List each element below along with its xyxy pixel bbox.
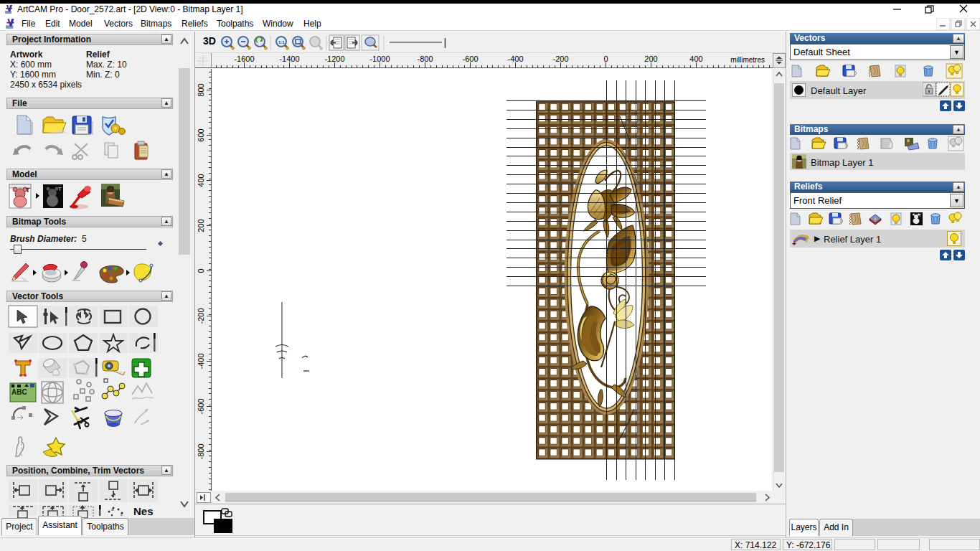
svg-text:+: + bbox=[792, 240, 796, 247]
svg-text:-400: -400 bbox=[507, 55, 523, 63]
svg-text:-800: -800 bbox=[197, 443, 205, 459]
svg-text:-1600: -1600 bbox=[234, 55, 254, 63]
svg-text:-1000: -1000 bbox=[369, 55, 390, 63]
svg-text:-600: -600 bbox=[462, 55, 478, 63]
svg-text:-600: -600 bbox=[197, 398, 205, 414]
svg-text:Nes: Nes bbox=[133, 505, 154, 517]
svg-text:800: 800 bbox=[197, 83, 205, 96]
svg-text:T: T bbox=[919, 213, 921, 217]
svg-text:200: 200 bbox=[644, 55, 657, 63]
svg-text:-200: -200 bbox=[552, 55, 568, 63]
svg-text:400: 400 bbox=[197, 174, 205, 187]
svg-text:ABC: ABC bbox=[11, 388, 27, 396]
svg-text:c: c bbox=[121, 512, 123, 517]
svg-text:millimetres: millimetres bbox=[730, 56, 765, 64]
svg-text:-800: -800 bbox=[417, 55, 433, 63]
svg-text:T: T bbox=[58, 186, 62, 192]
svg-text:-1200: -1200 bbox=[324, 55, 344, 63]
svg-text:200: 200 bbox=[197, 219, 205, 232]
svg-text:-200: -200 bbox=[197, 308, 205, 324]
svg-text:600: 600 bbox=[197, 128, 205, 141]
svg-text:0: 0 bbox=[197, 268, 205, 273]
svg-text:-1400: -1400 bbox=[279, 55, 299, 63]
svg-text:400: 400 bbox=[689, 55, 702, 63]
svg-text:1:1: 1:1 bbox=[278, 40, 285, 44]
svg-text:0: 0 bbox=[603, 55, 608, 63]
svg-text:-400: -400 bbox=[197, 353, 205, 369]
svg-text:T: T bbox=[26, 187, 30, 194]
